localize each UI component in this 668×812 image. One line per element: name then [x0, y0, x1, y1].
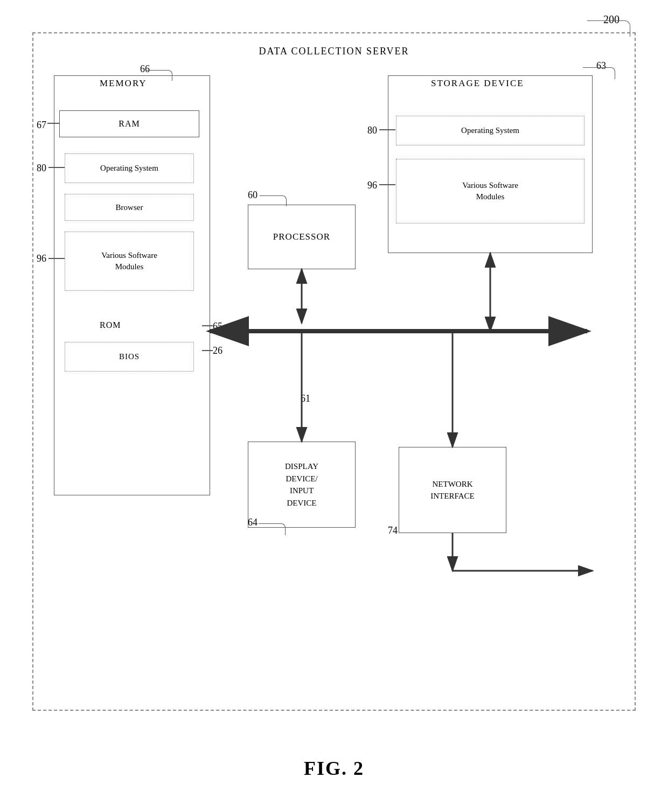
os-storage-label: Operating System	[461, 126, 519, 135]
vsm-box-storage: Various SoftwareModules	[396, 159, 584, 223]
ram-label: RAM	[119, 119, 140, 129]
ref-67: 67	[37, 120, 46, 131]
ref-64: 64	[248, 517, 258, 528]
display-label: DISPLAYDEVICE/INPUTDEVICE	[285, 460, 318, 509]
os-box-memory: Operating System	[65, 153, 194, 183]
vsm-memory-label: Various SoftwareModules	[101, 250, 157, 272]
processor-label: PROCESSOR	[273, 232, 330, 242]
browser-box: Browser	[65, 194, 194, 221]
ref-64-curve	[259, 523, 286, 535]
memory-label: MEMORY	[100, 78, 147, 89]
vsm-box-memory: Various SoftwareModules	[65, 232, 194, 291]
ram-box: RAM	[59, 110, 199, 137]
ref-96-left-line	[48, 258, 65, 259]
ref-96-right-line	[379, 184, 395, 185]
ref-67-line	[47, 123, 59, 124]
ref-26: 26	[213, 345, 222, 356]
processor-box: PROCESSOR	[248, 205, 356, 269]
ref-96-left: 96	[37, 253, 46, 264]
storage-label: STORAGE DEVICE	[431, 78, 524, 89]
bios-box: BIOS	[65, 342, 194, 372]
ref-65: 65	[213, 321, 222, 332]
ref-60: 60	[248, 190, 258, 201]
os-memory-label: Operating System	[100, 164, 158, 173]
os-box-storage: Operating System	[396, 116, 584, 145]
ref-80-right-line	[379, 129, 395, 130]
ref-80-left: 80	[37, 163, 46, 174]
ref-80-left-line	[48, 167, 65, 168]
diagram-page: 200 DATA COLLECTION SERVER 66 MEMORY RAM…	[0, 0, 668, 812]
rom-label: ROM	[100, 320, 121, 330]
ref-65-line	[202, 325, 213, 326]
ref-80-right: 80	[367, 125, 377, 136]
vsm-storage-label: Various SoftwareModules	[462, 180, 518, 202]
ref-96-right: 96	[367, 180, 377, 191]
server-label: DATA COLLECTION SERVER	[259, 46, 409, 57]
bios-label: BIOS	[119, 352, 140, 361]
network-box: NETWORKINTERFACE	[399, 447, 506, 533]
browser-label: Browser	[116, 203, 143, 212]
fig-label: FIG. 2	[304, 757, 364, 780]
network-label: NETWORKINTERFACE	[430, 478, 474, 502]
ref-26-line	[202, 350, 213, 351]
ref-74: 74	[388, 525, 398, 536]
ref-61: 61	[301, 393, 310, 404]
ref-200-curve	[587, 20, 630, 37]
display-box: DISPLAYDEVICE/INPUTDEVICE	[248, 442, 356, 528]
